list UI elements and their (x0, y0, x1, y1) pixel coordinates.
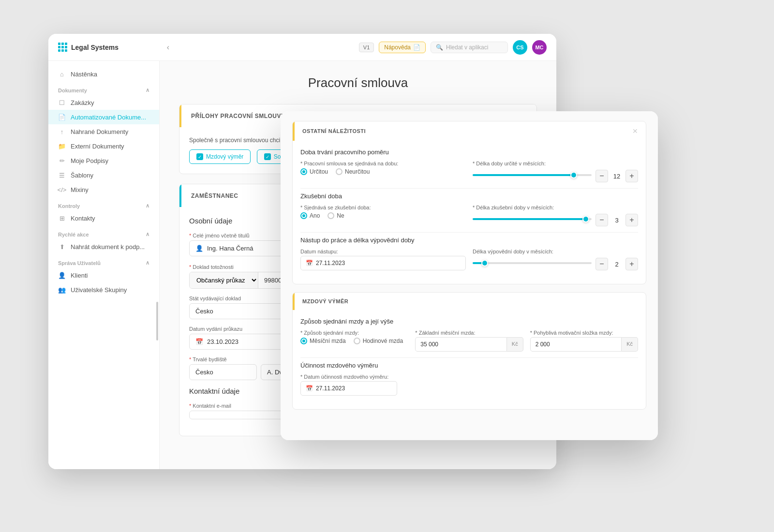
input-bydliste-stat[interactable]: Česko (189, 364, 257, 380)
sw-section-header-mzdovy: MZDOVÝ VÝMĚR (293, 293, 646, 310)
slider-doba: − 12 + (473, 168, 638, 182)
upload-icon: ↑ (58, 128, 66, 135)
stepper-val-vypoved: 2 (611, 261, 623, 268)
contacts-icon: ⊞ (58, 214, 66, 222)
sw-label-ucinnost-datum: * Datum účinnosti mzdového výměru: (300, 374, 397, 380)
divider-2 (300, 232, 638, 233)
slider-track-doba[interactable] (473, 174, 592, 176)
radio-neurcitou[interactable]: Neurčitou (336, 168, 370, 175)
topbar: Legal Systems ‹ V1 Nápověda 📄 🔍 Hledat v… (48, 34, 556, 61)
sidebar-item-mixiny[interactable]: </> Mixiny (48, 182, 159, 197)
sw-label-vypoved: Délka výpovědní doby v měsících: (473, 249, 638, 254)
stepper-plus-vypoved[interactable]: + (625, 258, 638, 270)
file-ext-icon: 📁 (58, 142, 66, 150)
radio-group-zkusebni: Ano Ne (300, 212, 466, 219)
radio-group-doba: Určitou Neurčitou (300, 168, 466, 175)
version-badge: V1 (359, 43, 374, 52)
zakladni-value: 35 000 (420, 341, 438, 348)
sw-sub-title-ucinnost: Účinnost mzdového výměru (300, 362, 638, 369)
slider-thumb-zkusebni[interactable] (582, 216, 589, 222)
sw-label-datum-nastup: Datum nástupu: (300, 249, 466, 254)
avatar-mc[interactable]: MC (532, 40, 547, 55)
sw-sub-title-zpusob: Způsob sjednání mzdy a její výše (300, 318, 638, 325)
collapse-sidebar-button[interactable]: ‹ (167, 43, 169, 52)
radio-dot-urcitou (300, 168, 307, 175)
sidebar-item-automatizovane[interactable]: 📄 Automatizované Dokume... (48, 110, 159, 124)
sidebar-label-sablony: Šablony (71, 172, 93, 179)
slider-vypoved: − 2 + (473, 256, 638, 270)
help-button[interactable]: Nápověda 📄 (379, 42, 426, 53)
sidebar-label-nastенка: Nástěnka (71, 71, 97, 78)
radio-mesicni[interactable]: Měsíční mzda (300, 338, 346, 344)
upload-doc-icon: ⬆ (58, 243, 66, 251)
slider-track-vypoved[interactable] (473, 262, 592, 264)
stepper-plus-doba[interactable]: + (625, 170, 638, 182)
sidebar-label-nahrane: Nahrané Dokumenty (71, 128, 128, 135)
calendar-icon-ucinnost: 📅 (306, 385, 313, 392)
slider-track-inner-3 (473, 262, 592, 264)
stepper-zkusebni: − 3 + (595, 214, 638, 226)
sidebar-item-sablony[interactable]: ☰ Šablony (48, 168, 159, 182)
sw-group-zpusob-mid: * Základní měsíční mzda: 35 000 Kč (415, 330, 523, 352)
sidebar-item-podpisy[interactable]: ✏ Moje Podpisy (48, 153, 159, 168)
sw-group-ucinnost: * Datum účinnosti mzdového výměru: 📅 27.… (300, 374, 397, 396)
sidebar-item-skupiny[interactable]: 👥 Uživatelské Skupiny (48, 282, 159, 297)
sidebar-scrollbar[interactable] (156, 302, 158, 340)
radio-urcitou[interactable]: Určitou (300, 168, 328, 175)
checkbox-mzdovy-vymer[interactable]: ✓ Mzdový výměr (189, 149, 251, 164)
slider-thumb-vypoved[interactable] (481, 260, 488, 266)
input-datum-nastup[interactable]: 📅 27.11.2023 (300, 256, 466, 270)
sw-group-zkusebni-right: * Délka zkušební doby v měsících: − (473, 205, 638, 226)
sw-sub-title-doba: Doba trvání pracovního poměru (300, 148, 638, 156)
radio-label-ano: Ano (310, 212, 320, 219)
file-auto-icon: 📄 (58, 113, 66, 121)
check-icon-2: ✓ (264, 153, 271, 160)
stepper-minus-doba[interactable]: − (595, 170, 608, 182)
sidebar-label-kontakty: Kontakty (71, 215, 95, 222)
input-ucinnost-datum[interactable]: 📅 27.11.2023 (300, 381, 397, 396)
kc-suffix-pohybliva: Kč (622, 337, 638, 352)
search-placeholder: Hledat v aplikaci (446, 44, 488, 51)
sidebar-item-externi[interactable]: 📁 Externí Dokumenty (48, 139, 159, 153)
sidebar-item-nahrane[interactable]: ↑ Nahrané Dokumenty (48, 124, 159, 139)
sidebar-label-skupiny: Uživatelské Skupiny (71, 286, 127, 294)
radio-label-hodinova: Hodinové mzda (363, 338, 403, 344)
radio-dot-ano (300, 212, 307, 219)
checkbox-mzdovy-label: Mzdový výměr (206, 153, 243, 160)
search-box[interactable]: 🔍 Hledat v aplikaci (431, 42, 508, 53)
section-title-zamestnanec: ZAMĚSTNANEC (191, 192, 238, 199)
close-ostatni[interactable]: ✕ (632, 127, 638, 135)
datum-value: 23.10.2023 (207, 338, 238, 345)
sw-section-header-ostatni: OSTATNÍ NÁLEŽITOSTI ✕ (293, 121, 646, 141)
radio-hodinova[interactable]: Hodinové mzda (354, 338, 403, 344)
sidebar-label-nahrat: Nahrát dokument k podp... (71, 243, 145, 251)
input-zakladni-container: 35 000 Kč (415, 337, 523, 352)
stepper-minus-vypoved[interactable]: − (595, 258, 608, 270)
stepper-plus-zkusebni[interactable]: + (625, 214, 638, 226)
avatar-cs[interactable]: CS (513, 40, 527, 55)
sidebar-label-externi: Externí Dokumenty (71, 143, 124, 150)
stepper-minus-zkusebni[interactable]: − (595, 214, 608, 226)
slider-track-zkusebni[interactable] (473, 218, 592, 220)
sw-section-body-mzdovy: Způsob sjednání mzdy a její výše * Způso… (293, 310, 646, 409)
doklad-type-select[interactable]: Občanský průkaz (190, 272, 258, 288)
radio-ne[interactable]: Ne (327, 212, 344, 219)
slider-thumb-doba[interactable] (570, 172, 577, 178)
radio-ano[interactable]: Ano (300, 212, 320, 219)
sw-label-doba: * Pracovní smlouva se sjednává na dobu: (300, 161, 466, 166)
calendar-icon-nastup: 📅 (306, 260, 313, 266)
person-icon: 👤 (195, 245, 203, 252)
input-pohybliva[interactable]: 2 000 (530, 337, 622, 352)
sidebar-item-nahrat[interactable]: ⬆ Nahrát dokument k podp... (48, 239, 159, 254)
sidebar-item-klienti[interactable]: 👤 Klienti (48, 268, 159, 282)
clients-icon: 👤 (58, 271, 66, 279)
sw-group-nastup-right: Délka výpovědní doby v měsících: − (473, 249, 638, 270)
input-zakladni[interactable]: 35 000 (415, 337, 506, 352)
sidebar-item-zakazky[interactable]: ☐ Zakázky (48, 95, 159, 110)
stepper-val-doba: 12 (611, 173, 623, 180)
slider-track-inner (473, 174, 592, 176)
sidebar-item-kontakty[interactable]: ⊞ Kontakty (48, 211, 159, 225)
template-icon: ☰ (58, 171, 66, 179)
search-icon: 🔍 (436, 44, 443, 51)
sidebar-item-nastенка[interactable]: ⌂ Nástěnka (48, 67, 159, 81)
